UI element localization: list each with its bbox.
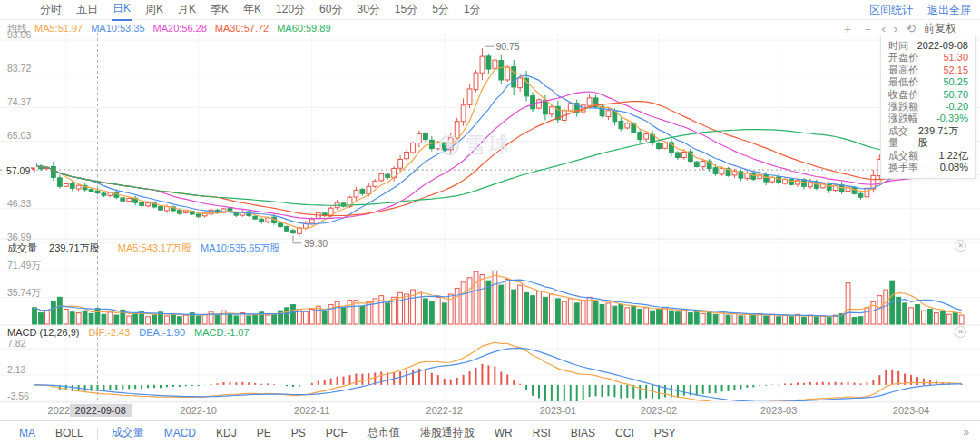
period-tab-30分[interactable]: 30分 (356, 0, 380, 20)
high-annotation: 90.75 (495, 41, 519, 52)
xueqiu-watermark: ❋ 雪球 (439, 131, 512, 159)
indicator-tab-BIAS[interactable]: BIAS (561, 427, 605, 439)
period-tab-五日[interactable]: 五日 (75, 0, 99, 20)
exit-fullscreen-link[interactable]: 退出全屏 (927, 3, 971, 18)
quote-row-value: 239.71万股 (918, 125, 968, 150)
quote-row-value: 0.08% (940, 162, 968, 173)
quote-row-label: 最高价 (888, 64, 918, 76)
y-axis-label: 71.49万 (7, 260, 41, 271)
ma-legend-item: MA20:56.28 (153, 23, 207, 34)
quote-row-label: 涨跌幅 (888, 113, 918, 124)
quote-row-label: 时间 (888, 40, 908, 52)
period-tab-5分[interactable]: 5分 (431, 0, 450, 20)
pan-right-icon[interactable]: › (894, 23, 897, 35)
indicator-tabbar: MABOLL成交量MACDKDJPEPSPCF总市值港股通持股WRRSIBIAS… (0, 420, 980, 444)
x-axis-tick: 2023-02 (630, 405, 688, 416)
volume-title: 成交量 239.71万股 (7, 242, 109, 253)
indicator-tab-PCF[interactable]: PCF (316, 427, 358, 439)
y-axis-label: 46.33 (7, 198, 31, 209)
indicator-tab-PS[interactable]: PS (281, 427, 316, 439)
xueqiu-logo-icon: ❋ (439, 135, 459, 155)
toolbar: 分时五日日K周K月K季K年K120分60分30分15分5分1分 区间统计 退出全… (0, 0, 980, 20)
macd-pane-close-icon[interactable]: ✕ (955, 326, 966, 338)
more-indicators-icon[interactable]: » (963, 426, 969, 439)
period-tab-15分[interactable]: 15分 (394, 0, 418, 20)
quote-row: 涨跌幅-0.39% (888, 113, 968, 124)
volume-pane-close-icon[interactable]: ✕ (955, 240, 966, 252)
current-price-label: 57.09◥ (5, 163, 36, 175)
period-tab-60分[interactable]: 60分 (318, 0, 343, 20)
indicator-tab-RSI[interactable]: RSI (523, 427, 561, 439)
indicator-tab-BOLL[interactable]: BOLL (45, 427, 93, 439)
period-tab-年K[interactable]: 年K (242, 0, 262, 20)
x-axis-tick: 2023-01 (529, 405, 587, 416)
indicator-tab-PE[interactable]: PE (247, 427, 281, 439)
indicator-tab-成交量[interactable]: 成交量 (102, 425, 154, 440)
macd-dif-value: DIF:-2.43 (88, 327, 130, 338)
y-axis-label: 65.03 (7, 130, 31, 141)
x-axis-tick: 2023-04 (882, 405, 940, 416)
indicator-tab-WR[interactable]: WR (485, 427, 523, 439)
period-tab-季K[interactable]: 季K (210, 0, 230, 20)
y-axis-label: 7.82 (7, 338, 25, 349)
quote-row: 时间2022-09-08 (888, 40, 968, 52)
volume-ma5-value: MA5:543.17万股 (118, 242, 191, 253)
x-axis-tick: 2022-10 (170, 405, 228, 416)
quote-row: 成交量239.71万股 (888, 125, 968, 150)
period-tabs: 分时五日日K周K月K季K年K120分60分30分15分5分1分 (0, 0, 495, 21)
price-marker-icon: ◥ (30, 166, 34, 173)
volume-ma10-value: MA10:535.65万股 (201, 242, 279, 253)
zoom-in-icon[interactable]: ＋ (841, 23, 853, 35)
quote-row-value: 2022-09-08 (917, 40, 968, 52)
stock-chart-app: 分时五日日K周K月K季K年K120分60分30分15分5分1分 区间统计 退出全… (0, 0, 980, 444)
pan-left-icon[interactable]: ‹ (881, 23, 885, 35)
zoom-out-icon[interactable]: － (861, 23, 873, 35)
period-tab-120分[interactable]: 120分 (275, 0, 306, 20)
reset-icon[interactable]: ⟲ (906, 23, 916, 35)
indicator-tab-MACD[interactable]: MACD (154, 427, 206, 439)
ma-legend-item: MA60:59.89 (277, 23, 330, 34)
quote-row-label: 换手率 (888, 162, 918, 173)
quote-row: 涨跌额-0.20 (888, 101, 968, 113)
quote-row: 收盘价50.70 (888, 89, 968, 101)
macd-title: MACD (12,26,9) (7, 327, 79, 338)
macd-dea-value: DEA:-1.90 (139, 327, 185, 338)
crosshair-date-label: 2022-09-08 (70, 404, 132, 417)
quote-row: 换手率0.08% (888, 162, 968, 173)
period-tab-1分[interactable]: 1分 (463, 0, 482, 20)
quote-row-value: -0.39% (936, 113, 968, 124)
quote-row: 成交额1.22亿 (888, 150, 968, 162)
period-tab-日K[interactable]: 日K (112, 0, 132, 21)
indicator-tab-MA[interactable]: MA (9, 427, 45, 439)
indicator-tab-PSY[interactable]: PSY (644, 427, 686, 439)
y-axis-label: 35.74万 (7, 287, 41, 298)
quote-row-value: 50.70 (943, 89, 968, 101)
ma-legend: 均线MA5:51.97MA10:53.35MA20:56.28MA30:57.7… (7, 22, 348, 35)
indicator-tab-总市值[interactable]: 总市值 (358, 425, 410, 440)
x-axis-tick: 2023-03 (750, 405, 808, 416)
quote-row-value: 52.15 (943, 64, 968, 76)
ma-legend-item: MA10:53.35 (91, 23, 144, 34)
period-tab-月K[interactable]: 月K (177, 0, 197, 20)
x-axis-tick: 2022-11 (283, 405, 341, 416)
quote-row-label: 成交量 (888, 125, 918, 150)
indicator-tab-CCI[interactable]: CCI (605, 427, 644, 439)
volume-pane-header: 成交量 239.71万股MA5:543.17万股MA10:535.65万股 (7, 242, 289, 255)
y-axis-label: 93.06 (7, 29, 31, 40)
y-axis-label: 2.13 (7, 364, 25, 375)
chart-canvas[interactable] (0, 0, 980, 444)
quote-row-label: 开盘价 (888, 52, 918, 64)
period-tab-周K[interactable]: 周K (144, 0, 164, 20)
quote-row-label: 成交额 (888, 150, 918, 162)
indicator-tab-KDJ[interactable]: KDJ (206, 427, 247, 439)
quote-row-label: 最低价 (888, 76, 918, 88)
range-stats-link[interactable]: 区间统计 (869, 3, 913, 18)
indicator-tab-港股通持股[interactable]: 港股通持股 (410, 425, 485, 440)
quote-row: 最高价52.15 (888, 64, 968, 76)
y-axis-label: -3.56 (7, 390, 29, 401)
ma-legend-item: MA30:57.72 (215, 23, 269, 34)
ma-legend-item: MA5:51.97 (34, 23, 83, 34)
x-axis-tick: 2022-12 (416, 405, 474, 416)
quote-row-value: -0.20 (946, 101, 968, 113)
period-tab-分时[interactable]: 分时 (39, 0, 63, 20)
